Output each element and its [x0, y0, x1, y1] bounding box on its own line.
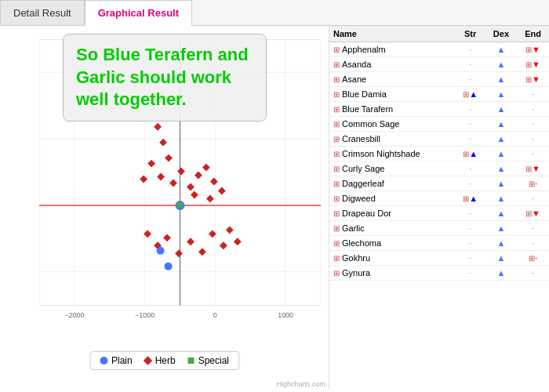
cell-name: ⊞Gokhru [329, 251, 455, 265]
cell-str: · [455, 132, 485, 147]
table-row[interactable]: ⊞Common Sage·▲· [329, 117, 549, 132]
cell-str: · [455, 176, 485, 191]
legend-herb[interactable]: Herb [145, 355, 176, 366]
cell-dex: ▲ [485, 147, 517, 162]
cell-str: · [455, 206, 485, 221]
cell-dex: ▲ [485, 132, 517, 147]
chart-legend: Plain Herb Special [89, 351, 239, 370]
cell-dex: ▲ [485, 236, 517, 251]
row-name-text: Garlic [342, 223, 365, 233]
cell-str: · [455, 72, 485, 87]
cell-str: · [455, 162, 485, 176]
row-grid-icon: ⊞ [333, 269, 340, 278]
col-header-end: End [517, 26, 549, 42]
cell-dex: ▲ [485, 206, 517, 221]
table-row[interactable]: ⊞Garlic·▲· [329, 221, 549, 236]
cell-str: ⊞▲ [455, 191, 485, 206]
cell-end: ⊞▼ [517, 206, 549, 221]
table-row[interactable]: ⊞Daggerleaf·▲⊞· [329, 176, 549, 191]
cell-name: ⊞Glechoma [329, 236, 455, 250]
table-row[interactable]: ⊞Gokhru·▲⊞· [329, 251, 549, 266]
cell-dex: ▲ [485, 162, 517, 176]
table-row[interactable]: ⊞Blue Damia⊞▲▲· [329, 87, 549, 102]
cell-str: · [455, 117, 485, 132]
row-name-text: Gokhru [342, 253, 370, 263]
row-name-text: Blue Damia [342, 89, 387, 99]
cell-end: · [517, 221, 549, 236]
cell-name: ⊞Garlic [329, 221, 455, 235]
cell-dex: ▲ [485, 191, 517, 206]
cell-end: · [517, 266, 549, 281]
callout-tooltip: So Blue Terafern and Garlic should work … [63, 34, 267, 122]
cell-dex: ▲ [485, 87, 517, 102]
cell-name: ⊞Cranesbill [329, 132, 455, 146]
legend-special[interactable]: Special [188, 355, 229, 366]
cell-name: ⊞Asane [329, 72, 455, 86]
cell-dex: ▲ [485, 102, 517, 117]
cell-end: ⊞▼ [517, 72, 549, 87]
row-name-text: Digweed [342, 194, 376, 203]
table-row[interactable]: ⊞Blue Tarafern·▲· [329, 102, 549, 117]
row-grid-icon: ⊞ [333, 150, 340, 158]
row-name-text: Apphenalm [342, 45, 386, 54]
table-area[interactable]: Name Str Dex End ⊞Apphenalm·▲⊞▼⊞Asanda·▲… [329, 26, 549, 390]
cell-name: ⊞Common Sage [329, 117, 455, 131]
cell-end: · [517, 147, 549, 162]
svg-text:−2000: −2000 [64, 311, 84, 319]
legend-plain[interactable]: Plain [100, 355, 133, 366]
cell-end: · [517, 102, 549, 117]
cell-end: ⊞· [517, 251, 549, 266]
cell-end: ⊞▼ [517, 162, 549, 176]
cell-end: · [517, 132, 549, 147]
table-row[interactable]: ⊞Apphenalm·▲⊞▼ [329, 42, 549, 57]
row-name-text: Glechoma [342, 238, 381, 248]
svg-rect-48 [177, 202, 183, 208]
cell-name: ⊞Apphenalm [329, 42, 455, 56]
cell-dex: ▲ [485, 266, 517, 281]
table-row[interactable]: ⊞Asanda·▲⊞▼ [329, 57, 549, 72]
svg-text:1000: 1000 [278, 311, 293, 319]
row-name-text: Asane [342, 74, 366, 84]
table-row[interactable]: ⊞Cranesbill·▲· [329, 132, 549, 147]
row-grid-icon: ⊞ [333, 60, 340, 69]
cell-str: ⊞▲ [455, 147, 485, 162]
cell-name: ⊞Blue Tarafern [329, 102, 455, 116]
row-name-text: Blue Tarafern [342, 104, 393, 114]
cell-dex: ▲ [485, 176, 517, 191]
row-grid-icon: ⊞ [333, 254, 340, 263]
cell-end: · [517, 87, 549, 102]
cell-name: ⊞Blue Damia [329, 87, 455, 101]
cell-str: · [455, 221, 485, 236]
svg-point-47 [165, 263, 173, 270]
table-row[interactable]: ⊞Glechoma·▲· [329, 236, 549, 251]
cell-name: ⊞Curly Sage [329, 162, 455, 176]
row-name-text: Gynura [342, 268, 370, 278]
legend-herb-icon [144, 356, 152, 365]
cell-dex: ▲ [485, 42, 517, 57]
cell-str: · [455, 102, 485, 117]
row-grid-icon: ⊞ [333, 45, 340, 54]
table-row[interactable]: ⊞Curly Sage·▲⊞▼ [329, 162, 549, 176]
cell-dex: ▲ [485, 251, 517, 266]
tab-detail-result[interactable]: Detail Result [0, 0, 85, 25]
table-row[interactable]: ⊞Drapeau Dor·▲⊞▼ [329, 206, 549, 221]
legend-herb-label: Herb [155, 355, 176, 366]
svg-point-46 [157, 247, 165, 255]
table-row[interactable]: ⊞Asane·▲⊞▼ [329, 72, 549, 87]
cell-dex: ▲ [485, 72, 517, 87]
table-row[interactable]: ⊞Digweed⊞▲▲· [329, 191, 549, 206]
row-grid-icon: ⊞ [333, 239, 340, 248]
row-name-text: Daggerleaf [342, 179, 384, 188]
cell-end: · [517, 117, 549, 132]
cell-str: ⊞▲ [455, 87, 485, 102]
cell-dex: ▲ [485, 57, 517, 72]
row-grid-icon: ⊞ [333, 75, 340, 84]
cell-end: ⊞· [517, 176, 549, 191]
legend-special-label: Special [198, 355, 229, 366]
svg-text:0: 0 [213, 311, 217, 319]
cell-end: · [517, 236, 549, 251]
table-row[interactable]: ⊞Gynura·▲· [329, 266, 549, 281]
tab-graphical-result[interactable]: Graphical Result [85, 0, 192, 26]
results-table: Name Str Dex End ⊞Apphenalm·▲⊞▼⊞Asanda·▲… [329, 26, 549, 281]
table-row[interactable]: ⊞Crimson Nightshade⊞▲▲· [329, 147, 549, 162]
